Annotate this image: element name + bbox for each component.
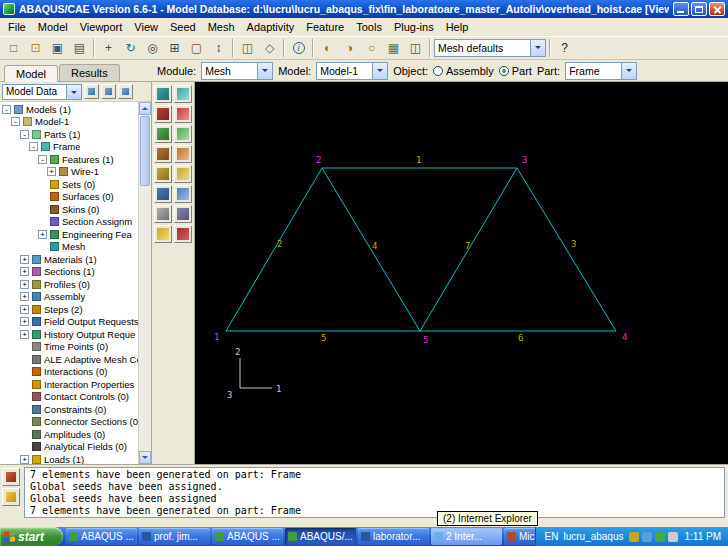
- tree-item-sets-0[interactable]: Sets (0): [0, 178, 138, 191]
- collapse-icon[interactable]: -: [11, 117, 20, 126]
- render-wireframe-button[interactable]: ◐: [317, 38, 338, 58]
- tree-item-interaction-properties[interactable]: Interaction Properties: [0, 378, 138, 391]
- expand-icon[interactable]: +: [20, 267, 29, 276]
- tree-database-combo[interactable]: Model Data: [2, 84, 82, 100]
- object-assembly-option[interactable]: Assembly: [433, 65, 494, 77]
- save-database-button[interactable]: ▣: [47, 38, 68, 58]
- assign-element-type-button[interactable]: [174, 165, 192, 183]
- tab-model[interactable]: Model: [4, 65, 58, 82]
- messenger-tray-icon[interactable]: [655, 532, 665, 542]
- tray-label[interactable]: lucru_abaqus: [563, 531, 623, 542]
- collapse-icon[interactable]: -: [2, 105, 11, 114]
- viewport-canvas[interactable]: 123475612345213: [195, 82, 728, 464]
- rotate-view-button[interactable]: ↻: [120, 38, 141, 58]
- language-indicator[interactable]: EN: [545, 531, 559, 542]
- menu-help[interactable]: Help: [440, 19, 475, 35]
- scroll-down-button[interactable]: [139, 451, 151, 464]
- scrollbar-thumb[interactable]: [140, 116, 150, 186]
- view-cut-button[interactable]: [174, 225, 192, 243]
- assembly-radio-icon[interactable]: [433, 66, 443, 76]
- delete-part-mesh-button[interactable]: [154, 145, 172, 163]
- query-toolbox-button[interactable]: [154, 225, 172, 243]
- render-options-button[interactable]: ▦: [383, 38, 404, 58]
- menu-view[interactable]: View: [128, 19, 164, 35]
- menu-seed[interactable]: Seed: [164, 19, 202, 35]
- partition-cell-button[interactable]: [174, 205, 192, 223]
- expand-icon[interactable]: +: [47, 167, 56, 176]
- context-help-button[interactable]: ?: [554, 38, 575, 58]
- volume-tray-icon[interactable]: [668, 532, 678, 542]
- expand-icon[interactable]: +: [20, 317, 29, 326]
- module-combo[interactable]: Mesh: [201, 62, 273, 80]
- menu-mesh[interactable]: Mesh: [202, 19, 241, 35]
- menu-tools[interactable]: Tools: [350, 19, 388, 35]
- tree-item-assembly[interactable]: +Assembly: [0, 291, 138, 304]
- expand-icon[interactable]: +: [20, 305, 29, 314]
- query-information-button[interactable]: i: [288, 38, 309, 58]
- tree-item-profiles-0[interactable]: +Profiles (0): [0, 278, 138, 291]
- front-view-button[interactable]: ◫: [237, 38, 258, 58]
- tree-item-loads-1[interactable]: +Loads (1): [0, 453, 138, 464]
- tree-item-mesh[interactable]: Mesh: [0, 241, 138, 254]
- message-text[interactable]: 7 elements have been generated on part: …: [24, 467, 725, 518]
- tree-item-time-points-0[interactable]: Time Points (0): [0, 341, 138, 354]
- tree-item-connector-sections-0[interactable]: Connector Sections (0): [0, 416, 138, 429]
- expand-icon[interactable]: +: [20, 292, 29, 301]
- tree-item-parts-1[interactable]: -Parts (1): [0, 128, 138, 141]
- tree-item-skins-0[interactable]: Skins (0): [0, 203, 138, 216]
- box-zoom-button[interactable]: ⊞: [164, 38, 185, 58]
- expand-icon[interactable]: +: [20, 330, 29, 339]
- viewport-manager-button[interactable]: ◫: [405, 38, 426, 58]
- part-radio-icon[interactable]: [499, 66, 509, 76]
- tree-item-analytical-fields-0[interactable]: Analytical Fields (0): [0, 441, 138, 454]
- collapse-icon[interactable]: -: [29, 142, 38, 151]
- menu-adaptivity[interactable]: Adaptivity: [241, 19, 301, 35]
- render-hidden-button[interactable]: ◑: [339, 38, 360, 58]
- mesh-defaults-combo[interactable]: Mesh defaults: [434, 39, 546, 57]
- tree-item-contact-controls-0[interactable]: Contact Controls (0): [0, 391, 138, 404]
- tree-item-constraints-0[interactable]: Constraints (0): [0, 403, 138, 416]
- pan-view-button[interactable]: +: [98, 38, 119, 58]
- menu-plug-ins[interactable]: Plug-ins: [388, 19, 440, 35]
- maximize-button[interactable]: [691, 2, 707, 16]
- taskbar-item-abaqus[interactable]: ABAQUS ...: [212, 528, 283, 545]
- tree-item-models-1[interactable]: -Models (1): [0, 103, 138, 116]
- scroll-up-button[interactable]: [139, 102, 151, 115]
- menu-viewport[interactable]: Viewport: [74, 19, 129, 35]
- delete-edge-seeds-button[interactable]: [174, 105, 192, 123]
- tree-item-history-output-reque[interactable]: +History Output Reque: [0, 328, 138, 341]
- antivirus-tray-icon[interactable]: [629, 532, 639, 542]
- truss-element-4[interactable]: [322, 168, 420, 331]
- render-shaded-button[interactable]: ○: [361, 38, 382, 58]
- taskbar-item-2-inter[interactable]: 2 Inter...: [431, 528, 502, 545]
- tree-item-surfaces-0[interactable]: Surfaces (0): [0, 191, 138, 204]
- start-button[interactable]: start: [0, 527, 63, 546]
- expand-icon[interactable]: +: [38, 230, 47, 239]
- model-combo[interactable]: Model-1: [316, 62, 388, 80]
- tree-item-amplitudes-0[interactable]: Amplitudes (0): [0, 428, 138, 441]
- taskbar-item-abaqus[interactable]: ABAQUS/...: [285, 528, 356, 545]
- tree-item-features-1[interactable]: -Features (1): [0, 153, 138, 166]
- taskbar-item-laborator[interactable]: laborator...: [358, 528, 429, 545]
- create-datum-button[interactable]: [154, 205, 172, 223]
- expand-icon[interactable]: +: [20, 255, 29, 264]
- mesh-region-button[interactable]: [174, 125, 192, 143]
- close-button[interactable]: [709, 2, 725, 16]
- object-part-option[interactable]: Part: [499, 65, 532, 77]
- new-model-database-button[interactable]: □: [3, 38, 24, 58]
- tree-item-field-output-requests[interactable]: +Field Output Requests: [0, 316, 138, 329]
- network-tray-icon[interactable]: [642, 532, 652, 542]
- iso-view-button[interactable]: ◇: [259, 38, 280, 58]
- minimize-button[interactable]: [673, 2, 689, 16]
- tree-scrollbar[interactable]: [138, 102, 151, 464]
- assign-mesh-controls-button[interactable]: [154, 165, 172, 183]
- truss-element-3[interactable]: [517, 168, 616, 331]
- taskbar-item-prof-jim[interactable]: prof. jim...: [139, 528, 210, 545]
- mesh-part-button[interactable]: [154, 125, 172, 143]
- tree-item-sections-1[interactable]: +Sections (1): [0, 266, 138, 279]
- collapse-icon[interactable]: -: [20, 130, 29, 139]
- fit-view-button[interactable]: ▢: [186, 38, 207, 58]
- taskbar-item-abaqus[interactable]: ABAQUS ...: [66, 528, 137, 545]
- menu-model[interactable]: Model: [32, 19, 74, 35]
- command-line-tab-button[interactable]: [2, 488, 20, 506]
